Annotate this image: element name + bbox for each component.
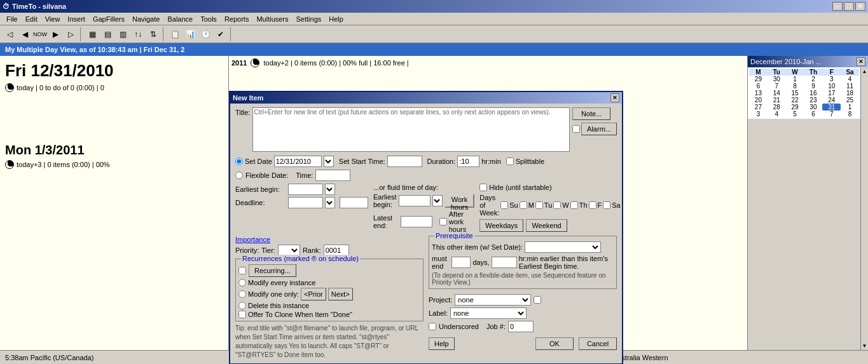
- maximize-button[interactable]: □: [844, 2, 854, 11]
- menu-edit[interactable]: Edit: [22, 14, 41, 24]
- underscored-checkbox[interactable]: [429, 323, 436, 330]
- work-hours-button[interactable]: Work hours: [444, 194, 475, 208]
- must-end-time-input[interactable]: [492, 257, 517, 268]
- set-date-input[interactable]: [274, 156, 322, 167]
- must-end-label: must end: [432, 255, 450, 270]
- cal-scroll-down[interactable]: ▼: [862, 343, 867, 349]
- weekend-button[interactable]: Weekend: [526, 219, 567, 232]
- menu-insert[interactable]: Insert: [64, 14, 89, 24]
- menu-view[interactable]: View: [41, 14, 64, 24]
- after-work-checkbox[interactable]: [439, 218, 447, 226]
- toolbar-btn-3[interactable]: NOW: [33, 27, 47, 41]
- importance-link[interactable]: Importance: [235, 236, 270, 243]
- menu-navigate[interactable]: Navigate: [128, 14, 163, 24]
- cal-close-button[interactable]: ✕: [857, 57, 865, 66]
- toolbar-btn-14[interactable]: ✔: [214, 27, 228, 41]
- prerequisite-label: Prerequisite: [434, 232, 474, 239]
- recurring-button[interactable]: Recurring...: [249, 264, 296, 277]
- job-input[interactable]: [508, 321, 534, 332]
- prior-button[interactable]: <Prior: [301, 288, 326, 300]
- toolbar-btn-13[interactable]: 🕐: [198, 27, 212, 41]
- cal-grid: MTuWThFSa 29301234 67891011 131415161718…: [748, 67, 860, 119]
- deadline-dropdown[interactable]: ▼: [325, 197, 335, 208]
- day-m[interactable]: [520, 201, 527, 209]
- toolbar-btn-10[interactable]: ⇅: [146, 27, 160, 41]
- project-select[interactable]: none: [455, 294, 531, 306]
- start-time-input[interactable]: [387, 156, 422, 167]
- flexible-date-radio[interactable]: [235, 172, 243, 179]
- menu-settings[interactable]: Settings: [293, 14, 326, 24]
- day-tu[interactable]: [535, 201, 543, 209]
- toolbar-btn-4[interactable]: ▶: [48, 27, 62, 41]
- menu-file[interactable]: File: [3, 14, 22, 24]
- duration-label: Duration:: [427, 158, 456, 165]
- cancel-button[interactable]: Cancel: [579, 337, 617, 350]
- close-button[interactable]: ✕: [855, 2, 865, 11]
- day-su[interactable]: [500, 201, 508, 209]
- duration-input[interactable]: [457, 156, 479, 167]
- deadline-time-input[interactable]: [340, 197, 368, 208]
- dialog-title-label: New Item: [233, 94, 263, 102]
- menu-help[interactable]: Help: [325, 14, 347, 24]
- toolbar-btn-5[interactable]: ▷: [64, 27, 78, 41]
- view-header: My Multiple Day View, as of 10:38:43 am …: [0, 43, 868, 56]
- toolbar-btn-2[interactable]: ◀: [18, 27, 32, 41]
- this-other-select[interactable]: [525, 241, 601, 253]
- note-button[interactable]: Note...: [572, 107, 610, 120]
- day-sa[interactable]: [603, 201, 610, 209]
- menu-gapfillers[interactable]: GapFillers: [89, 14, 128, 24]
- menu-tools[interactable]: Tools: [196, 14, 221, 24]
- next-button[interactable]: Next>: [328, 288, 353, 300]
- day-w[interactable]: [553, 201, 561, 209]
- help-button[interactable]: Help: [429, 337, 455, 350]
- time-input[interactable]: [315, 170, 350, 181]
- toolbar-btn-9[interactable]: ↑↓: [131, 27, 145, 41]
- toolbar-btn-8[interactable]: ▥: [116, 27, 130, 41]
- cal-scrollbar[interactable]: ▲ ▼: [860, 67, 868, 350]
- app-title: TimeTo - silvana: [12, 3, 66, 10]
- fluid-dropdown[interactable]: ▼: [432, 195, 443, 206]
- deadline-input[interactable]: [288, 197, 323, 208]
- recurring-checkbox[interactable]: [238, 267, 246, 274]
- latest-end-input[interactable]: [401, 216, 432, 227]
- toolbar-btn-6[interactable]: ▦: [85, 27, 99, 41]
- menu-multiusers[interactable]: Multiusers: [252, 14, 292, 24]
- weekdays-button[interactable]: Weekdays: [479, 219, 523, 232]
- latest-end-label: Latest end:: [373, 214, 394, 229]
- project-checkbox[interactable]: [534, 296, 541, 304]
- day-f[interactable]: [589, 201, 596, 209]
- earliest-begin-input[interactable]: [288, 184, 323, 195]
- alarm-button[interactable]: Alarm...: [581, 123, 617, 135]
- splittable-checkbox[interactable]: [506, 158, 514, 165]
- delete-instance-radio[interactable]: [238, 302, 246, 309]
- dialog-close-button[interactable]: ✕: [610, 93, 619, 102]
- earliest-dropdown[interactable]: ▼: [325, 184, 335, 195]
- must-end-days-input[interactable]: [451, 257, 471, 268]
- minimize-button[interactable]: ─: [832, 2, 843, 11]
- menu-balance[interactable]: Balance: [163, 14, 196, 24]
- set-date-radio[interactable]: [235, 158, 243, 165]
- day2-header: Mon 1/3/2011: [5, 143, 85, 158]
- toolbar-btn-7[interactable]: ▤: [100, 27, 114, 41]
- title-input[interactable]: [252, 107, 570, 152]
- cal-title-bar: December 2010-Jan ... ✕: [748, 56, 868, 67]
- alarm-checkbox[interactable]: [572, 125, 580, 133]
- hide-checkbox[interactable]: [479, 184, 487, 191]
- label-select[interactable]: none: [450, 307, 527, 319]
- toolbar-btn-11[interactable]: 📋: [168, 27, 182, 41]
- toolbar-btn-1[interactable]: ◁: [3, 27, 17, 41]
- cal-scroll-up[interactable]: ▲: [862, 69, 867, 74]
- earliest-begin-fluid-input[interactable]: [399, 195, 431, 206]
- set-date-dropdown[interactable]: ▼: [324, 156, 334, 167]
- toolbar-btn-12[interactable]: 📊: [183, 27, 197, 41]
- right-info: today+2 | 0 items (0:00) | 00% full | 16…: [263, 59, 408, 67]
- hrmin-label: hr:min earlier than this item's Earliest…: [519, 255, 614, 270]
- modify-one-radio[interactable]: [238, 290, 246, 298]
- offer-clone-checkbox[interactable]: [238, 311, 246, 318]
- start-time-label: Set Start Time:: [339, 158, 385, 165]
- day-th[interactable]: [570, 201, 578, 209]
- modify-every-radio[interactable]: [238, 279, 246, 286]
- ok-button[interactable]: OK: [535, 337, 574, 350]
- offer-clone-label: Offer To Clone When Item "Done": [248, 311, 352, 318]
- menu-reports[interactable]: Reports: [221, 14, 253, 24]
